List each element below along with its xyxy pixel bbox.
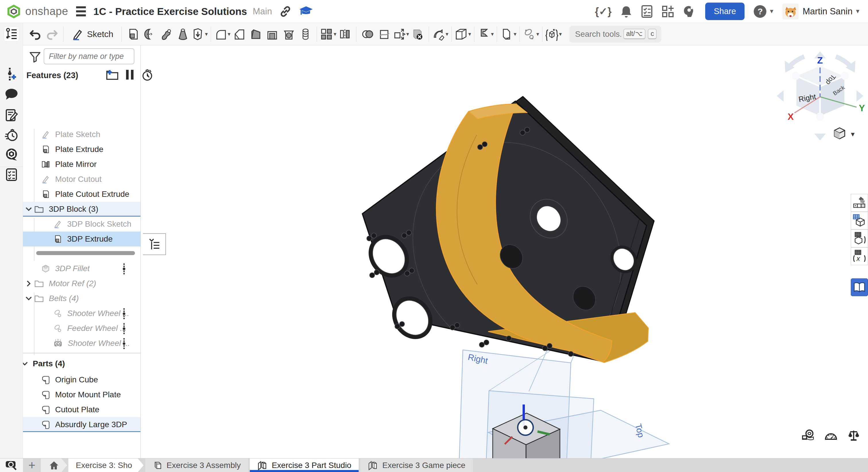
feature-folder-motor-ref[interactable]: Motor Ref (2) — [23, 276, 141, 291]
app-store-icon[interactable] — [661, 5, 674, 18]
tasks-icon[interactable] — [641, 5, 653, 18]
add-folder-icon[interactable] — [106, 69, 119, 82]
flatten-icon[interactable]: ▾ — [500, 25, 517, 43]
graphics-viewport[interactable]: Right Top Front — [141, 46, 868, 458]
filter-icon[interactable] — [29, 52, 41, 64]
shell-icon[interactable] — [264, 25, 281, 43]
help-button[interactable]: ? — [754, 5, 766, 18]
part-item-absurdly-large-3dp[interactable]: Absurdly Large 3DP — [23, 417, 141, 432]
redo-button[interactable] — [44, 25, 60, 43]
boolean-icon[interactable] — [359, 25, 376, 43]
versions-icon[interactable] — [4, 67, 19, 82]
feature-list-icon[interactable] — [4, 26, 19, 41]
kebab-menu-icon[interactable] — [123, 308, 125, 320]
tape-measure-icon[interactable] — [802, 430, 815, 441]
draft-icon[interactable] — [247, 25, 264, 43]
tab-exercise-3-game-piece[interactable]: Exercise 3 Game piece — [360, 459, 473, 472]
feature-item-3dp-block-sketch[interactable]: 3DP Block Sketch — [23, 216, 141, 232]
feature-item-plate-sketch[interactable]: Plate Sketch — [23, 127, 141, 142]
modify-fillet-icon[interactable]: ▾ — [432, 25, 448, 43]
view-options-cube-icon[interactable] — [833, 127, 846, 141]
configured-features-button[interactable] — [851, 230, 868, 247]
undo-button[interactable] — [27, 25, 44, 43]
feature-item-plate-extrude[interactable]: Plate Extrude — [23, 142, 141, 157]
sheet-metal-icon[interactable]: ▾ — [477, 25, 494, 43]
featurescript-icon[interactable]: {✓} — [595, 5, 612, 18]
part-item-origin-cube[interactable]: Origin Cube — [23, 372, 141, 387]
notifications-bell-icon[interactable] — [620, 5, 632, 18]
loft-icon[interactable] — [175, 25, 191, 43]
thicken-icon[interactable]: ▾ — [191, 25, 208, 43]
rollback-bar[interactable] — [36, 251, 135, 255]
parts-header-row[interactable]: Parts (4) — [23, 356, 141, 371]
extrude-icon[interactable] — [125, 25, 141, 43]
helix-icon[interactable] — [297, 25, 314, 43]
chevron-down-icon[interactable] — [23, 296, 34, 300]
user-caret-icon[interactable]: ▼ — [855, 8, 861, 14]
feature-item-plate-mirror[interactable]: Plate Mirror — [23, 157, 141, 172]
feature-folder-belts[interactable]: Belts (4) — [23, 291, 141, 306]
kebab-menu-icon[interactable] — [123, 263, 125, 275]
history-icon[interactable] — [4, 127, 19, 143]
suspend-rebuild-icon[interactable] — [125, 69, 134, 82]
tab-exercise-3-part-studio[interactable]: Exercise 3 Part Studio — [250, 459, 359, 472]
share-button[interactable]: Share — [705, 3, 745, 20]
new-tab-button[interactable]: + — [23, 459, 41, 472]
linear-pattern-icon[interactable]: ▾ — [320, 25, 337, 43]
feature-folder-3dp-block[interactable]: 3DP Block (3) — [23, 202, 141, 216]
feature-item-motor-cutout[interactable]: Motor Cutout — [23, 172, 141, 187]
feature-item-plate-cutout-extrude[interactable]: Plate Cutout Extrude — [23, 187, 141, 202]
fillet-icon[interactable]: ▾ — [214, 25, 230, 43]
link-icon[interactable] — [279, 5, 291, 18]
configurations-button[interactable] — [851, 212, 868, 230]
part-item-cutout-plate[interactable]: Cutout Plate — [23, 402, 141, 417]
sketch-button[interactable]: Sketch — [66, 28, 119, 40]
appearance-panel-button[interactable] — [851, 194, 868, 212]
rollback-history-icon[interactable] — [141, 69, 153, 82]
feature-item-shooter-wheel-1[interactable]: Shooter Wheel ... — [23, 306, 141, 321]
mirror-icon[interactable] — [337, 25, 353, 43]
feature-item-feeder-wheel[interactable]: Feeder Wheel ... — [23, 321, 141, 336]
hole-icon[interactable] — [281, 25, 297, 43]
resource-panel-button[interactable] — [851, 278, 868, 296]
search-tools-input[interactable] — [575, 30, 621, 39]
sweep-icon[interactable] — [158, 25, 175, 43]
delete-part-icon[interactable] — [409, 25, 426, 43]
kebab-menu-icon[interactable] — [123, 338, 125, 350]
learning-center-icon[interactable] — [683, 5, 695, 18]
custom-feature-icon[interactable]: ▾ — [545, 25, 562, 43]
view-options-caret-icon[interactable]: ▼ — [849, 131, 856, 138]
chevron-down-icon[interactable] — [23, 207, 34, 211]
feature-item-3dp-extrude[interactable]: 3DP Extrude — [23, 232, 141, 246]
transform-icon[interactable]: ▾ — [393, 25, 409, 43]
variable-table-button[interactable]: x — [851, 247, 868, 265]
checklist-icon[interactable] — [4, 167, 19, 182]
avatar[interactable] — [782, 3, 799, 20]
user-name[interactable]: Martin Sanin — [803, 6, 852, 17]
tab-exercise-3-shooter[interactable]: Exercise 3: Sho — [68, 459, 144, 472]
search-tools[interactable]: alt/⌥ c — [569, 26, 661, 42]
workspace-name[interactable]: Main — [253, 6, 272, 17]
filter-input[interactable] — [44, 48, 134, 64]
tab-search-button[interactable] — [0, 459, 23, 472]
split-icon[interactable] — [376, 25, 393, 43]
mass-properties-scale-icon[interactable] — [847, 430, 860, 442]
onshape-help-icon[interactable] — [4, 147, 19, 162]
tab-exercise-3-assembly[interactable]: Exercise 3 Assembly — [145, 459, 248, 472]
help-caret-icon[interactable]: ▼ — [769, 8, 774, 14]
onshape-logo[interactable]: onshape — [0, 4, 68, 19]
comments-icon[interactable] — [4, 87, 19, 102]
feature-item-3dp-fillet[interactable]: 3DP Fillet — [23, 261, 141, 276]
home-tab[interactable] — [41, 459, 67, 472]
revolve-icon[interactable] — [141, 25, 158, 43]
education-cap-icon[interactable] — [299, 5, 313, 18]
part-item-motor-mount-plate[interactable]: Motor Mount Plate — [23, 387, 141, 402]
menu-icon[interactable] — [76, 6, 86, 17]
kebab-menu-icon[interactable] — [123, 323, 125, 335]
feature-item-shooter-wheel-2[interactable]: Shooter Wheel ... — [23, 336, 141, 351]
chevron-right-icon[interactable] — [23, 281, 34, 287]
plane-icon[interactable]: ▾ — [455, 25, 471, 43]
chamfer-icon[interactable] — [230, 25, 247, 43]
curve-icon[interactable]: ▾ — [523, 25, 539, 43]
notes-icon[interactable] — [4, 108, 19, 123]
